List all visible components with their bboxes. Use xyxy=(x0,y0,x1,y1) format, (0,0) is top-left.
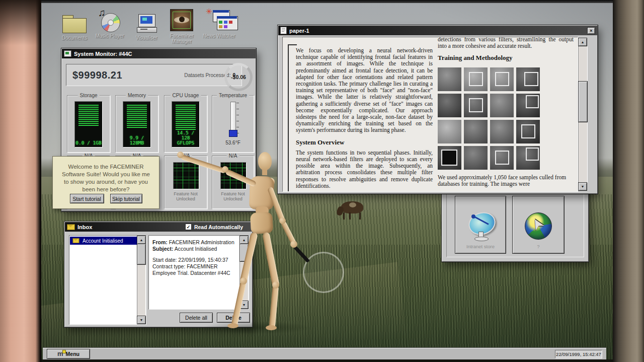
desktop-icon-news[interactable]: ✳ News Watcher xyxy=(202,8,235,39)
paper-heading-training: Training and Methodology xyxy=(438,54,574,61)
monitor-bezel-top xyxy=(41,0,613,3)
face-grid-tile xyxy=(516,94,540,117)
detection-box xyxy=(526,95,539,108)
from-label: From: xyxy=(152,239,168,245)
face-grid-tile xyxy=(490,67,514,91)
face-grid-tile xyxy=(516,67,540,91)
cow xyxy=(337,198,367,222)
paper-paragraph: The system functions in two sequential p… xyxy=(296,150,433,189)
detection-box xyxy=(524,72,538,86)
locked-caption: Feature Not Unlocked xyxy=(165,191,207,201)
paper-paragraph: detections from various filters, streaml… xyxy=(438,37,574,49)
burst-icon: ✳ xyxy=(206,7,212,16)
icon-label: Faceminer Manager xyxy=(165,33,198,44)
locked-caption: Feature Not Unlocked xyxy=(212,191,254,201)
face-grid-tile xyxy=(464,120,488,143)
detection-box xyxy=(495,72,509,86)
temperature-thumb[interactable] xyxy=(229,130,237,137)
face-grid-tile xyxy=(516,120,540,143)
paper-scrollbar-thumb[interactable] xyxy=(578,81,588,122)
read-automatically-label: Read Automatically xyxy=(194,224,243,230)
na-label: N/A xyxy=(180,153,192,159)
face-grid-tile xyxy=(490,120,514,143)
cpu-gauge-panel: CPU Usage 14.5 / 128 GFLOPS xyxy=(164,95,207,153)
desktop-icon-music-player[interactable]: ♫ Music Player xyxy=(93,8,126,39)
icon-label: Music Player xyxy=(93,33,126,39)
face-grid-tile xyxy=(464,67,488,91)
cpu-label: CPU Usage xyxy=(171,93,201,98)
paper-window: paper-1 × We focus on developing a neura… xyxy=(278,25,598,194)
inbox-message-list: Account Initialised ▲ ▼ xyxy=(69,235,146,325)
from-value: FACEMINER Administration xyxy=(169,239,234,245)
paper-paragraph: We focus on developing a neural network-… xyxy=(296,47,433,134)
inbox-titlebar[interactable]: Inbox ✓ Read Automatically xyxy=(65,222,252,232)
locked-panel-na-1: N/A Feature Not Unlocked xyxy=(164,156,207,209)
system-monitor-titlebar[interactable]: System Monitor: #44C xyxy=(62,49,256,58)
system-monitor-title: System Monitor: #44C xyxy=(74,51,132,57)
detail-scrollbar-thumb[interactable] xyxy=(239,244,249,262)
document-icon xyxy=(280,27,287,34)
temperature-value: 53.6°F xyxy=(212,140,254,146)
datasets-label: Datasets Processed: xyxy=(184,73,230,78)
scroll-up-icon[interactable]: ▲ xyxy=(239,236,249,244)
body-line: Employee Trial. Datacenter #44C xyxy=(152,270,237,276)
memory-value: 9.9 / 128MB xyxy=(123,135,150,146)
locked-grid-screen xyxy=(173,162,199,189)
intranet-store-button[interactable]: Intranet store xyxy=(455,196,506,254)
faceminer-logo-icon: m xyxy=(57,351,63,356)
close-icon[interactable]: × xyxy=(587,27,595,34)
paper-titlebar[interactable]: paper-1 × xyxy=(278,26,597,35)
memory-label: Memory xyxy=(126,93,148,98)
globe-cursor-icon: ➤ xyxy=(524,211,553,241)
message-list-item[interactable]: Account Initialised xyxy=(70,237,137,245)
monitor-icon xyxy=(64,50,71,57)
memory-lcd: 9.9 / 128MB xyxy=(123,101,151,148)
game-viewport: Documents ♫ Music Player xyxy=(0,0,644,362)
monitor-bezel-shade xyxy=(0,0,41,45)
taskbar: m Menu 22/09/1999, 15:42:47 xyxy=(43,348,606,359)
delete-all-button[interactable]: Delete all xyxy=(180,313,213,323)
storage-value: 0.0 / 1GB xyxy=(75,140,102,146)
face-grid-tile xyxy=(490,94,514,117)
detection-box xyxy=(495,151,509,165)
scroll-down-icon[interactable]: ▼ xyxy=(239,301,249,309)
satellite-dish-icon xyxy=(465,211,496,241)
face-grid-tile xyxy=(438,146,461,170)
intranet-browser-button[interactable]: ➤ ? xyxy=(512,196,565,254)
monitor-bezel-right xyxy=(613,0,644,362)
memory-gauge-panel: Memory 9.9 / 128MB xyxy=(115,95,158,153)
scroll-down-icon[interactable]: ▼ xyxy=(578,182,587,191)
detection-box xyxy=(469,72,483,86)
skip-tutorial-button[interactable]: Skip tutorial xyxy=(110,194,142,203)
menu-label: Menu xyxy=(66,351,79,357)
scroll-down-icon[interactable]: ▼ xyxy=(137,316,146,324)
storage-lcd: 0.0 / 1GB xyxy=(74,101,103,148)
list-scrollbar-thumb[interactable] xyxy=(137,244,146,265)
scroll-up-icon[interactable]: ▲ xyxy=(137,236,146,244)
start-tutorial-button[interactable]: Start tutorial xyxy=(70,194,104,203)
na-label: N/A xyxy=(227,153,239,159)
balance-panel: $99998.21 Datasets Processed: 0 xyxy=(66,64,242,86)
face-grid-tile xyxy=(438,67,461,91)
menu-button[interactable]: m Menu xyxy=(47,349,90,359)
read-automatically-checkbox[interactable]: ✓ xyxy=(185,224,192,230)
inbox-message-detail: From: FACEMINER Administration Subject: … xyxy=(148,235,249,310)
desktop-icon-documents[interactable]: Documents xyxy=(58,10,91,41)
monitor-bezel-left xyxy=(0,0,41,362)
face-grid xyxy=(438,67,541,170)
news-windows-icon: ✳ xyxy=(202,8,235,31)
locked-panel-na-2: N/A Feature Not Unlocked xyxy=(212,156,254,209)
cpu-value: 14.5 / 128 GFLOPS xyxy=(172,130,199,146)
subject-label: Subject: xyxy=(152,246,173,252)
folder-icon xyxy=(58,10,91,33)
paper-page: We focus on developing a neural network-… xyxy=(282,37,578,192)
subject-value: Account Initialised xyxy=(175,246,217,252)
delete-button[interactable]: Delete xyxy=(217,313,250,323)
scroll-up-icon[interactable]: ▲ xyxy=(578,38,587,46)
desktop-icon-faceminer[interactable]: Faceminer Manager xyxy=(165,8,198,44)
paper-column-1: We focus on developing a neural network-… xyxy=(296,47,433,189)
face-grid-tile xyxy=(490,146,514,170)
desktop-icon-visualiser[interactable]: Visualiser xyxy=(130,10,163,41)
face-grid-tile xyxy=(438,120,461,143)
detection-box xyxy=(521,124,535,138)
